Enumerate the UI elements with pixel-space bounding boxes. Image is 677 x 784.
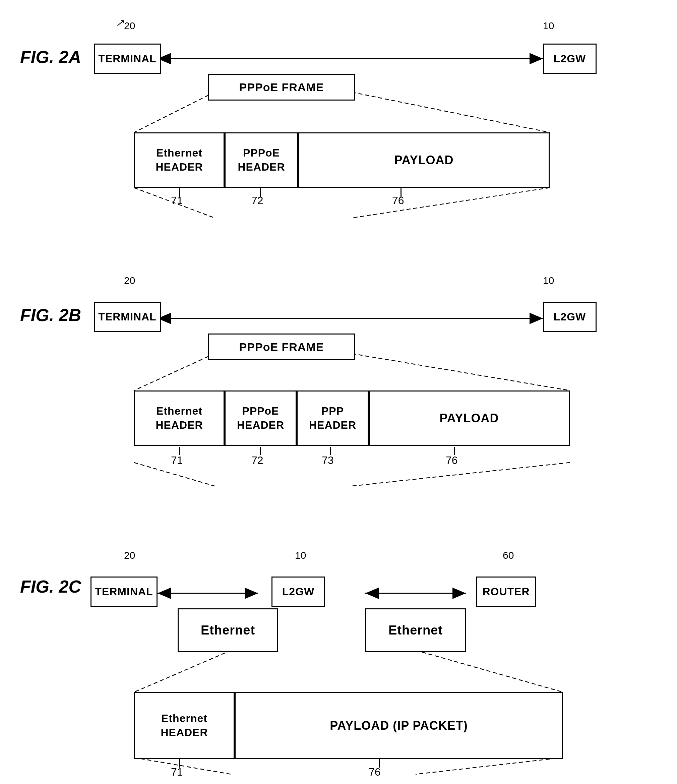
svg-line-21 [134,650,231,692]
fig2a-pppoe-header: PPPoEHEADER [224,132,298,188]
fig2b-ref73: 73 [322,454,334,467]
fig2a-ref71: 71 [171,194,183,207]
svg-line-14 [352,462,570,486]
fig2c-ref76: 76 [369,766,381,778]
fig2a-ethernet-header: EthernetHEADER [134,132,224,188]
svg-line-7 [352,188,549,218]
fig2a-l2gw-box: L2GW [543,44,596,74]
svg-line-4 [134,92,215,132]
fig2c-ethernet-header: EthernetHEADER [134,692,235,759]
svg-line-12 [352,354,570,390]
fig2c-ref-l2gw: 10 [295,550,306,561]
fig2a-ref-l2gw: 10 [543,20,554,31]
fig2b-terminal-box: TERMINAL [94,302,161,332]
fig2c-payload: PAYLOAD (IP PACKET) [235,692,563,759]
fig2c-tick71 [179,759,180,768]
fig2b-tick72 [260,447,261,455]
fig2c-ref-terminal: 20 [124,550,135,561]
svg-marker-20 [453,588,466,599]
fig2c-router-box: ROUTER [476,577,536,607]
svg-line-24 [416,758,563,774]
fig2a-terminal-box: TERMINAL [94,44,161,74]
fig2b-ref71: 71 [171,454,183,467]
fig2b-ethernet-header: EthernetHEADER [134,390,224,446]
fig2a-ref72: 72 [251,194,263,207]
fig2b-tick76 [454,447,455,455]
fig2b-ref-l2gw: 10 [543,275,554,286]
fig2b-ppp-header: PPPHEADER [297,390,369,446]
fig2c-ethernet2-box: Ethernet [365,608,466,652]
fig2c-label: FIG. 2C [20,577,81,597]
fig2a-label: FIG. 2A [20,47,81,67]
fig2b-tick71 [179,447,180,455]
fig2b-pppoe-frame-box: PPPoE FRAME [208,333,355,360]
fig2a-tick76 [400,188,402,197]
svg-line-5 [352,92,549,132]
fig2b-ref-terminal: 20 [124,275,135,286]
fig2b-payload: PAYLOAD [369,390,570,446]
fig2a-pppoe-frame-box: PPPoE FRAME [208,74,355,101]
svg-marker-19 [365,588,379,599]
fig2c-tick76 [379,759,380,768]
fig2a-tick71 [179,188,180,197]
fig2c-l2gw-box: L2GW [271,577,325,607]
diagram-container: FIG. 2A 20 ↗ TERMINAL 10 L2GW PPPoE FRAM… [0,0,677,784]
fig2c-ref71: 71 [171,766,183,778]
fig2c-terminal-box: TERMINAL [90,577,157,607]
svg-marker-16 [157,588,171,599]
svg-marker-10 [529,313,543,324]
svg-line-22 [416,650,563,692]
fig2a-ref76: 76 [392,194,404,207]
svg-marker-17 [245,588,258,599]
fig2c-ref-router: 60 [503,550,514,561]
fig2b-label: FIG. 2B [20,305,81,325]
fig2b-ref72: 72 [251,454,263,467]
fig2a-tick72 [260,188,261,197]
fig2a-ref-terminal: 20 [124,20,135,31]
svg-line-11 [134,354,215,390]
fig2b-pppoe-header: PPPoEHEADER [224,390,297,446]
fig2a-curve-terminal: ↗ [116,17,124,28]
fig2c-ethernet1-box: Ethernet [177,608,278,652]
fig2b-ref76: 76 [446,454,458,467]
fig2b-tick73 [330,447,331,455]
fig2b-l2gw-box: L2GW [543,302,596,332]
svg-marker-2 [529,53,543,64]
fig2a-payload: PAYLOAD [298,132,549,188]
